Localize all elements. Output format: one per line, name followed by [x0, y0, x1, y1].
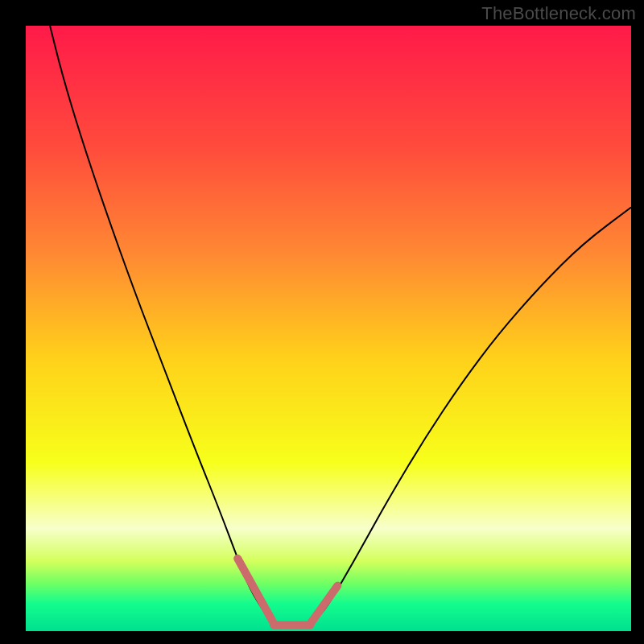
plot-area	[26, 26, 631, 631]
watermark-text: TheBottleneck.com	[481, 3, 636, 24]
chart-stage: TheBottleneck.com	[0, 0, 644, 644]
gradient-background	[26, 26, 631, 631]
plot-svg	[26, 26, 631, 631]
